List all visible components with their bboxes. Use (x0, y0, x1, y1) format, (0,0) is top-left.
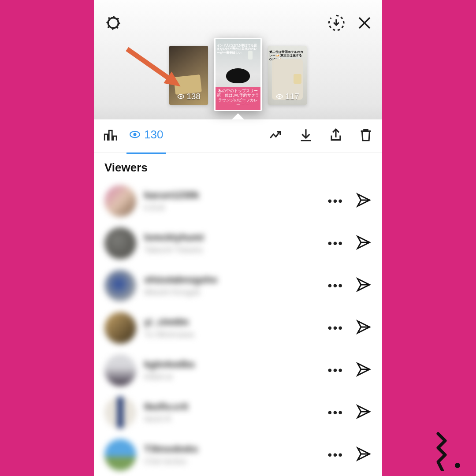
insights-icon[interactable] (103, 127, 118, 144)
send-icon[interactable] (356, 277, 372, 294)
viewer-displayname: Takechl Yobarts (144, 245, 204, 255)
viewer-row: kacun1230k k.Euli ••• (94, 180, 382, 222)
viewer-text[interactable]: lomcktyhumi Takechl Yobarts (144, 232, 204, 255)
viewer-displayname: k.Euli (144, 203, 199, 212)
viewers-tab[interactable]: 130 (129, 128, 163, 144)
viewer-displayname: Nichl R (144, 414, 188, 424)
viewer-username: lomcktyhumi (144, 232, 204, 243)
story-thumb-next[interactable]: 第二位は帝国ホテルのカレー🍛 第三目は愛するCoCo🍛 117 (268, 46, 307, 105)
avatar[interactable] (104, 227, 136, 259)
story-thumb-current[interactable]: インド人には口が裂けても言えないけど密かに日本のカレーが一番美味しい 130 私… (214, 38, 262, 111)
more-icon[interactable]: ••• (328, 322, 343, 334)
share-icon[interactable] (328, 127, 343, 144)
more-icon[interactable]: ••• (328, 364, 343, 376)
thumb-pointer-icon (232, 113, 244, 119)
avatar[interactable] (104, 397, 136, 428)
viewer-displayname: Chel tenloo (144, 457, 198, 466)
send-icon[interactable] (356, 192, 372, 210)
story-toolbar: 130 (94, 119, 382, 153)
svg-point-10 (133, 133, 136, 136)
viewer-row: kgtn4velbs KltbA.ki ••• (94, 349, 382, 391)
settings-icon[interactable] (104, 26, 122, 33)
send-icon[interactable] (356, 446, 372, 464)
avatar[interactable] (104, 439, 136, 471)
svg-point-2 (180, 96, 182, 98)
viewer-username: T3tnsobsks (144, 443, 198, 455)
story-thumb-views: 138 (177, 92, 201, 101)
viewer-row: Ilezfiv.crit Nichl R ••• (94, 391, 382, 434)
story-overlay-text: インド人には口が裂けても言えないけど密かに日本のカレーが一番美味しい (217, 44, 259, 55)
more-icon[interactable]: ••• (328, 237, 343, 249)
more-icon[interactable]: ••• (328, 279, 343, 292)
avatar[interactable] (104, 354, 136, 386)
viewer-row: shizutabnzgsho Miwshl Kimgati ••• (94, 264, 382, 307)
send-icon[interactable] (356, 404, 372, 421)
viewer-displayname: Yu Minimawa (144, 330, 194, 339)
story-caption: 私の中のトップスリー 第一位はJAL予約サクララウンジのビーフカレー (216, 87, 260, 110)
viewers-heading: Viewers (94, 153, 382, 180)
viewer-username: yi_clmt0n (144, 316, 194, 328)
viewer-username: kacun1230k (144, 190, 199, 201)
delete-icon[interactable] (358, 127, 373, 144)
avatar[interactable] (104, 185, 136, 217)
viewer-text[interactable]: T3tnsobsks Chel tenloo (144, 443, 198, 466)
viewer-username: Ilezfiv.crit (144, 401, 188, 413)
viewer-text[interactable]: Ilezfiv.crit Nichl R (144, 401, 188, 424)
story-thumb-prev[interactable]: 138 (169, 46, 208, 105)
viewer-row: yi_clmt0n Yu Minimawa ••• (94, 307, 382, 349)
viewer-text[interactable]: shizutabnzgsho Miwshl Kimgati (144, 274, 217, 297)
viewer-username: shizutabnzgsho (144, 274, 217, 286)
close-icon[interactable] (357, 15, 372, 33)
save-story-icon[interactable] (327, 14, 345, 33)
avatar[interactable] (104, 312, 136, 344)
viewer-username: kgtn4velbs (144, 359, 195, 370)
avatar[interactable] (104, 270, 136, 301)
viewer-displayname: Miwshl Kimgati (144, 287, 217, 297)
send-icon[interactable] (356, 234, 372, 252)
story-thumb-views: 117 (275, 92, 299, 101)
viewer-displayname: KltbA.ki (144, 372, 195, 382)
send-icon[interactable] (356, 319, 372, 337)
svg-line-7 (127, 49, 173, 81)
story-header: 138 インド人には口が裂けても言えないけど密かに日本のカレーが一番美味しい 1… (94, 0, 382, 119)
promote-icon[interactable] (268, 127, 283, 144)
more-icon[interactable]: ••• (328, 195, 343, 207)
viewer-row: T3tnsobsks Chel tenloo ••• (94, 434, 382, 476)
more-icon[interactable]: ••• (328, 449, 343, 461)
send-icon[interactable] (356, 361, 372, 379)
watermark-icon (432, 431, 460, 471)
svg-point-0 (108, 18, 118, 28)
viewer-text[interactable]: kacun1230k k.Euli (144, 190, 199, 212)
download-icon[interactable] (298, 127, 313, 144)
story-insights-screen: 138 インド人には口が裂けても言えないけど密かに日本のカレーが一番美味しい 1… (94, 0, 382, 476)
viewer-text[interactable]: kgtn4velbs KltbA.ki (144, 359, 195, 382)
view-count: 130 (144, 128, 163, 141)
viewer-row: lomcktyhumi Takechl Yobarts ••• (94, 222, 382, 264)
svg-point-6 (279, 96, 281, 98)
story-thumbnails: 138 インド人には口が裂けても言えないけど密かに日本のカレーが一番美味しい 1… (169, 38, 307, 105)
viewer-list: kacun1230k k.Euli ••• lomcktyhumi Takech… (94, 180, 382, 476)
viewer-text[interactable]: yi_clmt0n Yu Minimawa (144, 316, 194, 339)
more-icon[interactable]: ••• (328, 406, 343, 419)
